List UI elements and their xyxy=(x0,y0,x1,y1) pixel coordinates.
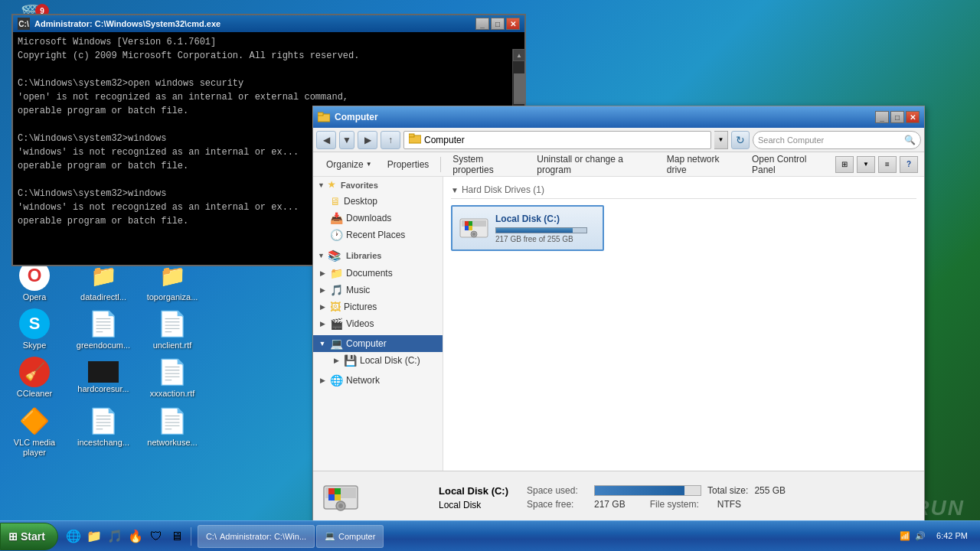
help-button[interactable]: ? xyxy=(900,156,918,173)
computer-expand-icon: ▼ xyxy=(318,339,327,348)
explorer-taskbar-label: Computer xyxy=(338,532,375,541)
desktop-icon-greendoc[interactable]: 📄 greendocum... xyxy=(77,308,130,350)
desktop-icon-ccleaner[interactable]: 🧹 CCleaner xyxy=(8,357,61,399)
view-list-button[interactable]: ≡ xyxy=(878,156,897,173)
folder-quick-launch[interactable]: 📁 xyxy=(85,527,103,546)
organize-label: Organize xyxy=(326,159,364,170)
nav-item-pictures[interactable]: ▶ 🖼 Pictures xyxy=(313,298,443,315)
start-button[interactable]: ⊞ Start xyxy=(0,523,58,550)
control-panel-button[interactable]: Open Control Panel xyxy=(745,155,834,174)
media-quick-launch[interactable]: 🎵 xyxy=(106,527,124,546)
svg-rect-18 xyxy=(328,494,335,500)
music-nav-label: Music xyxy=(346,285,370,295)
cmd-window-controls: _ □ ✕ xyxy=(475,18,520,30)
ie-quick-launch[interactable]: 🌐 xyxy=(64,527,83,546)
desktop-icon-skype[interactable]: S Skype xyxy=(8,308,61,350)
back-button[interactable]: ◀ xyxy=(316,131,336,149)
refresh-button[interactable]: ↻ xyxy=(731,131,750,149)
explorer-minimize-button[interactable]: _ xyxy=(875,111,889,123)
libraries-header[interactable]: ▼ 📚 Libraries xyxy=(313,246,443,265)
black-icon xyxy=(88,361,119,383)
nav-item-local-disk[interactable]: ▶ 💾 Local Disk (C:) xyxy=(313,352,443,369)
desktop-icon-opera[interactable]: O Opera xyxy=(8,260,61,302)
nav-item-videos[interactable]: ▶ 🎬 Videos xyxy=(313,315,443,332)
desktop-icon-vlc[interactable]: 🔶 VLC mediaplayer xyxy=(8,406,61,458)
cmd-line: Copyright (c) 2009 Microsoft Corporation… xyxy=(18,49,508,63)
explorer-close-button[interactable]: ✕ xyxy=(906,111,920,123)
svg-rect-9 xyxy=(469,221,472,226)
map-drive-button[interactable]: Map network drive xyxy=(660,155,743,174)
address-box[interactable]: Computer xyxy=(403,131,711,149)
taskbar-item-explorer[interactable]: 💻 Computer xyxy=(316,525,384,548)
taskbar-item-cmd[interactable]: C:\ Administrator: C:\Win... xyxy=(198,525,315,548)
toolbar-right: ⊞ ▼ ≡ ? xyxy=(835,156,918,173)
videos-expand-icon: ▶ xyxy=(318,319,327,328)
cmd-minimize-button[interactable]: _ xyxy=(475,18,489,30)
search-box[interactable]: Search Computer 🔍 xyxy=(753,131,921,149)
start-label: Start xyxy=(21,530,45,543)
tray-clock[interactable]: 6:42 PM xyxy=(930,530,974,542)
back-arrow-dropdown[interactable]: ▼ xyxy=(339,131,354,149)
desktop-icon-datadirectl[interactable]: 📁 datadirectl... xyxy=(77,260,130,302)
drive-icon-img xyxy=(459,213,489,243)
gpu-quick-launch[interactable]: 🖥 xyxy=(168,527,186,546)
desktop-icon-toporganiza[interactable]: 📁 toporganiza... xyxy=(145,260,199,302)
quick-launch: 🌐 📁 🎵 🔥 🛡 🖥 xyxy=(64,527,191,546)
libraries-collapse: ▼ xyxy=(318,252,325,259)
uninstall-button[interactable]: Uninstall or change a program xyxy=(530,155,658,174)
explorer-maximize-button[interactable]: □ xyxy=(890,111,904,123)
videos-nav-label: Videos xyxy=(346,318,374,329)
forward-button[interactable]: ▶ xyxy=(358,131,377,149)
desktop-icon-unclient[interactable]: 📄 unclient.rtf xyxy=(145,308,199,350)
nav-item-desktop[interactable]: 🖥 Desktop xyxy=(313,193,443,210)
address-dropdown-arrow[interactable]: ▼ xyxy=(714,131,728,149)
desktop-icon-networkuse[interactable]: 📄 networkuse... xyxy=(145,406,199,448)
libraries-icon: 📚 xyxy=(328,249,341,262)
explorer-toolbar: Organize ▼ Properties System properties … xyxy=(313,152,924,177)
cmd-line xyxy=(18,63,508,77)
recent-nav-label: Recent Places xyxy=(346,230,405,240)
explorer-title-icon xyxy=(318,111,330,123)
docs-folder-icon: 📁 xyxy=(330,267,343,279)
taskbar: ⊞ Start 🌐 📁 🎵 🔥 🛡 🖥 C:\ Administrator: C… xyxy=(0,520,980,551)
desktop-folder-icon: 🖥 xyxy=(330,195,341,207)
status-drive-icon xyxy=(322,480,359,517)
section-collapse-icon[interactable]: ▼ xyxy=(451,186,459,194)
tray-network-icon[interactable]: 📶 xyxy=(900,531,910,541)
nav-item-downloads[interactable]: 📥 Downloads xyxy=(313,210,443,227)
svg-rect-8 xyxy=(465,221,469,226)
sys-props-label: System properties xyxy=(452,154,521,175)
view-grid-button[interactable]: ⊞ xyxy=(835,156,854,173)
desktop-icon-incestchang[interactable]: 📄 incestchang... xyxy=(77,406,130,448)
favorites-label: Favorites xyxy=(341,181,378,190)
up-button[interactable]: ↑ xyxy=(381,131,400,149)
firefox-quick-launch[interactable]: 🔥 xyxy=(126,527,145,546)
scrollbar-up[interactable]: ▲ xyxy=(513,49,525,61)
view-dropdown-button[interactable]: ▼ xyxy=(857,156,875,173)
scrollbar-thumb[interactable] xyxy=(514,73,524,104)
organize-button[interactable]: Organize ▼ xyxy=(319,155,379,174)
cmd-close-button[interactable]: ✕ xyxy=(506,18,520,30)
system-properties-button[interactable]: System properties xyxy=(446,155,528,174)
nav-item-documents[interactable]: ▶ 📁 Documents xyxy=(313,265,443,282)
recent-expand xyxy=(318,230,327,240)
tray-volume-icon[interactable]: 🔊 xyxy=(915,531,926,541)
properties-button[interactable]: Properties xyxy=(381,155,436,174)
doc-icon-3: 📄 xyxy=(88,406,119,436)
nav-item-computer[interactable]: ▼ 💻 Computer xyxy=(313,335,443,352)
status-fs-value: NTFS xyxy=(717,499,741,510)
nav-item-network[interactable]: ▶ 🌐 Network xyxy=(313,372,443,389)
skype-label: Skype xyxy=(23,341,47,350)
shield-quick-launch[interactable]: 🛡 xyxy=(147,527,165,546)
drive-name: Local Disk (C:) xyxy=(495,214,596,224)
favorites-header[interactable]: ▼ ★ Favorites xyxy=(313,177,443,193)
music-folder-icon: 🎵 xyxy=(330,284,343,296)
desktop-icon-hardcoresur[interactable]: hardcoresur... xyxy=(77,357,130,394)
nav-item-recent[interactable]: 🕐 Recent Places xyxy=(313,227,443,243)
content-pane: ▼ Hard Disk Drives (1) xyxy=(443,177,924,471)
desktop-icon-xxxaction[interactable]: 📄 xxxaction.rtf xyxy=(145,357,199,399)
drive-item-c[interactable]: Local Disk (C:) 217 GB free of 255 GB xyxy=(451,205,604,251)
nav-item-music[interactable]: ▶ 🎵 Music xyxy=(313,282,443,298)
cmd-maximize-button[interactable]: □ xyxy=(491,18,505,30)
drive-bar-bg xyxy=(495,227,587,233)
